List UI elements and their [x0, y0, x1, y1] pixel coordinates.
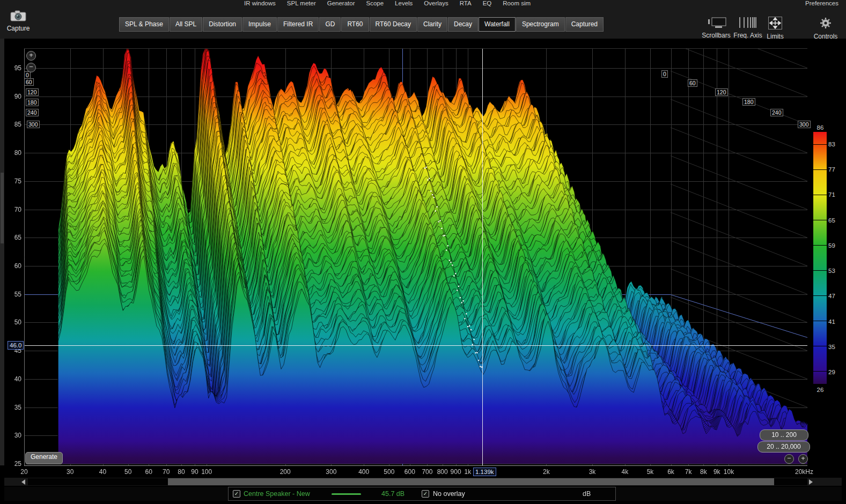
menu-ir-windows[interactable]: IR windows: [244, 0, 276, 6]
spl-axis-tick: 65: [3, 234, 21, 241]
overlay-label: No overlay: [433, 490, 465, 498]
legend-unit-label: dB: [583, 490, 591, 498]
spl-axis-tick: 30: [3, 432, 21, 439]
spl-axis-tick: 60: [3, 262, 21, 270]
cursor-freq-readout: 1.139k: [473, 468, 496, 476]
tab-waterfall[interactable]: Waterfall: [479, 17, 516, 32]
tab-all-spl[interactable]: All SPL: [170, 17, 202, 32]
menu-overlays[interactable]: Overlays: [424, 0, 448, 6]
capture-label: Capture: [5, 25, 31, 32]
spl-axis-tick: 50: [3, 318, 21, 326]
freq-range-20-20000-button[interactable]: 20 .. 20,000: [757, 441, 810, 453]
gear-icon: [819, 22, 833, 31]
colorbar-tick: 26: [814, 387, 826, 393]
tab-spectrogram[interactable]: Spectrogram: [516, 17, 565, 32]
spl-axis-tick: 95: [3, 64, 21, 72]
menu-eq[interactable]: EQ: [483, 0, 492, 6]
freq-axis-tick: 30: [55, 468, 85, 476]
graph-tabs: SPL & PhaseAll SPLDistortionImpulseFilte…: [119, 17, 604, 32]
tab-captured[interactable]: Captured: [565, 17, 604, 32]
freq-axis-button[interactable]: Freq. Axis: [733, 17, 763, 39]
colorbar-tick: 53: [828, 268, 835, 274]
horizontal-scrollbar: [4, 478, 842, 486]
menu-items: IR windowsSPL meterGeneratorScopeLevelsO…: [244, 0, 531, 6]
time-axis-tick-right: 60: [688, 79, 697, 87]
zoom-out-button-top[interactable]: −: [26, 63, 36, 72]
time-axis-tick-left: 0: [24, 71, 31, 79]
time-axis-tick-right: 0: [661, 70, 668, 78]
menu-rta[interactable]: RTA: [460, 0, 472, 6]
freq-range-10-200-button[interactable]: 10 .. 200: [760, 429, 808, 441]
colorbar-tick: 83: [828, 141, 835, 147]
spl-axis-tick: 85: [3, 121, 21, 128]
tab-decay[interactable]: Decay: [448, 17, 478, 32]
freq-axis-icon: [739, 21, 757, 30]
time-axis-tick-right: 240: [770, 109, 783, 116]
camera-icon: [10, 14, 26, 24]
trace-name-label[interactable]: Centre Speaker - New: [244, 490, 310, 498]
colorbar-tick: 86: [814, 124, 826, 131]
window-edge-strip: [0, 39, 4, 465]
tab-spl-phase[interactable]: SPL & Phase: [119, 17, 169, 32]
scrollbar-thumb[interactable]: [168, 478, 774, 485]
freq-axis-label: Freq. Axis: [733, 32, 763, 39]
menu-spl-meter[interactable]: SPL meter: [287, 0, 316, 6]
menu-levels[interactable]: Levels: [395, 0, 413, 6]
spl-axis-tick: 90: [3, 93, 21, 100]
menu-generator[interactable]: Generator: [327, 0, 355, 6]
trace-visible-checkbox[interactable]: ✓: [233, 490, 240, 498]
time-axis-tick-left: 240: [26, 109, 39, 116]
tab-distortion[interactable]: Distortion: [203, 17, 242, 32]
colorbar-tick: 29: [828, 369, 835, 375]
scrollbars-icon: [705, 21, 727, 30]
colorbar: [813, 131, 827, 385]
colorbar-segment: [813, 372, 827, 384]
tab-clarity[interactable]: Clarity: [417, 17, 447, 32]
rew-window: { "menu": { "items": ["IR windows", "SPL…: [0, 0, 846, 504]
scroll-right-arrow[interactable]: [809, 479, 813, 485]
limits-button[interactable]: Limits: [764, 17, 786, 40]
freq-axis-tick: 3k: [577, 468, 607, 476]
time-axis-tick-right: 180: [742, 98, 755, 106]
colorbar-segment: [813, 132, 827, 145]
spl-axis-tick: 80: [3, 149, 21, 157]
spl-axis-tick: 40: [3, 375, 21, 383]
zoom-in-button-bottom[interactable]: +: [798, 454, 808, 464]
tab-filtered-ir[interactable]: Filtered IR: [277, 17, 319, 32]
time-axis-tick-left: 120: [26, 88, 39, 96]
freq-axis-tick: 20kHz: [789, 468, 819, 476]
tab-gd[interactable]: GD: [319, 17, 341, 32]
time-axis-tick-left: 300: [27, 121, 40, 128]
menu-scope[interactable]: Scope: [366, 0, 384, 6]
colorbar-segment: [813, 271, 827, 296]
cursor-spl-readout: 46.0: [8, 341, 24, 350]
scroll-left-arrow[interactable]: [21, 479, 25, 485]
spl-axis-tick: 75: [3, 177, 21, 185]
scrollbars-button[interactable]: Scrollbars: [701, 17, 731, 39]
freq-axis-tick: 100: [192, 468, 222, 476]
limits-icon: [768, 22, 782, 31]
legend-bar: ✓ Centre Speaker - New 45.7 dB ✓ No over…: [4, 487, 842, 501]
zoom-in-button-top[interactable]: +: [26, 51, 36, 61]
colorbar-tick: 35: [828, 344, 835, 350]
time-axis-tick-right: 120: [715, 88, 728, 96]
overlay-checkbox[interactable]: ✓: [422, 490, 429, 498]
colorbar-tick: 59: [828, 242, 835, 249]
menu-preferences[interactable]: Preferences: [805, 0, 838, 6]
controls-label: Controls: [812, 33, 840, 40]
colorbar-tick: 41: [828, 318, 835, 325]
capture-button[interactable]: Capture: [5, 10, 31, 32]
tab-rt60-decay[interactable]: RT60 Decay: [370, 17, 417, 32]
menu-bar: IR windowsSPL meterGeneratorScopeLevelsO…: [0, 0, 846, 7]
generate-button[interactable]: Generate: [25, 452, 63, 464]
waterfall-plot-canvas[interactable]: [4, 39, 811, 477]
menu-room-sim[interactable]: Room sim: [503, 0, 531, 6]
zoom-out-button-bottom[interactable]: −: [784, 454, 794, 464]
freq-axis-tick: 2k: [531, 468, 561, 476]
spl-axis-tick: 55: [3, 291, 21, 298]
tab-impulse[interactable]: Impulse: [242, 17, 277, 32]
time-axis-tick-right: 300: [798, 121, 811, 128]
tab-rt60[interactable]: RT60: [341, 17, 369, 32]
colorbar-segment: [813, 220, 827, 246]
controls-button[interactable]: Controls: [812, 17, 840, 40]
